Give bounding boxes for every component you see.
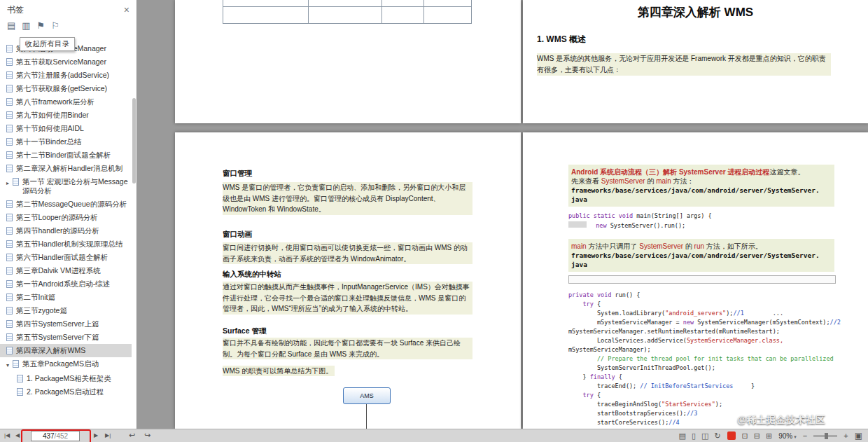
paragraph: WMS 是窗口的管理者，它负责窗口的启动、添加和删除，另外窗口的大小和层级也是由… — [223, 182, 472, 215]
bookmark-item[interactable]: ▾第五章PackageMS启动 — [0, 357, 132, 372]
zoom-slider[interactable] — [813, 435, 837, 437]
bookmark-item[interactable]: 第三章Dalvik VM进程系统 — [0, 264, 132, 277]
bookmark-icon — [6, 71, 13, 79]
bookmark-item[interactable]: 1. PackageMS相关框架类 — [0, 372, 132, 385]
last-page-button[interactable]: ▶| — [105, 432, 111, 438]
zoom-out-button[interactable]: − — [803, 431, 807, 440]
bookmark-icon — [17, 375, 23, 382]
rotate-view-icon[interactable]: ↻ — [714, 432, 720, 440]
red-tool-icon[interactable] — [727, 431, 736, 440]
bookmark-label: 第四节handler的源码分析 — [16, 226, 130, 235]
first-page-button[interactable]: |◀ — [4, 432, 10, 438]
bookmark-icon — [6, 151, 13, 159]
bookmark-item[interactable]: 第二节MessageQueue的源码分析 — [0, 198, 132, 211]
fullscreen-icon[interactable]: ▣ — [855, 431, 862, 441]
bookmark-item[interactable]: 第四章深入解析WMS — [0, 344, 132, 357]
collapse-all-icon[interactable]: ▥ — [22, 20, 30, 31]
zoom-level[interactable]: 90%▾ — [778, 432, 797, 440]
diagram-node-ams: AMS — [343, 387, 391, 404]
bookmark-item[interactable]: 第十二节Binder面试题全解析 — [0, 149, 132, 162]
bookmark-label: 第四节SystemServer上篇 — [16, 319, 130, 329]
bookmark-item[interactable]: 第五节获取ServiceManager — [0, 55, 132, 69]
bookmark-item[interactable]: 第九节如何使用Binder — [0, 109, 132, 122]
single-page-view-icon[interactable]: ▯ — [692, 432, 696, 440]
bookmark-icon — [6, 347, 13, 354]
bookmark-item[interactable]: 第八节framework层分析 — [0, 95, 132, 109]
paragraph: 窗口并不具备有绘制的功能，因此每个窗口都需要有一块 Surface 来供自己绘制… — [223, 338, 472, 359]
paragraph: 窗口间进行切换时，使用窗口动画可以使切换更炫一些，窗口动画由 WMS 的动画子系… — [223, 242, 472, 264]
bookmark-list: 第四节启动ServiceManager第五节获取ServiceManager第六… — [0, 42, 132, 399]
bookmark-item[interactable]: 第五节Handler机制实现原理总结 — [0, 237, 132, 251]
bookmark-label: 第一节Android系统启动-综述 — [16, 279, 130, 289]
bookmark-item[interactable]: 第三节zygote篇 — [0, 304, 132, 317]
next-page-button[interactable]: ▶ — [94, 432, 98, 438]
subheading-input-relay: 输入系统的中转站 — [223, 270, 281, 279]
fit-page-icon[interactable]: ⊡ — [742, 432, 748, 440]
bookmark-item[interactable]: 第三节Looper的源码分析 — [0, 211, 132, 224]
bookmark-icon — [6, 293, 13, 301]
chevron-down-icon[interactable]: ▾ — [6, 361, 13, 370]
bookmark-icon — [6, 45, 13, 53]
bookmark-item[interactable]: 第二节Init篇 — [0, 291, 132, 304]
bookmark-item[interactable]: 第十一节Binder总结 — [0, 135, 132, 149]
chevron-right-icon[interactable]: ▸ — [6, 179, 13, 188]
bookmark-icon — [6, 165, 13, 172]
previous-page-button[interactable]: ◀ — [15, 432, 20, 438]
remove-bookmark-icon[interactable]: ⚐ — [51, 20, 59, 31]
expand-panel-icon[interactable]: ▤ — [7, 20, 15, 31]
thumbnail-view-icon[interactable]: ▤ — [679, 432, 686, 440]
bookmark-icon — [6, 85, 13, 92]
subheading-surface-management: Surface 管理 — [223, 326, 266, 336]
add-bookmark-icon[interactable]: ⚑ — [37, 20, 46, 31]
facing-page-view-icon[interactable]: ◫ — [701, 432, 708, 440]
subheading-window-management: 窗口管理 — [223, 169, 252, 179]
bookmark-icon — [6, 125, 13, 132]
bookmark-icon — [6, 214, 13, 221]
fit-width-icon[interactable]: ⊟ — [754, 432, 760, 440]
bookmark-item[interactable]: 第四节handler的源码分析 — [0, 224, 132, 237]
bookmark-item[interactable]: 第一节Android系统启动-综述 — [0, 277, 132, 291]
bookmark-item[interactable]: 第五节SystemServer下篇 — [0, 331, 132, 344]
bookmark-item[interactable]: 第四节SystemServer上篇 — [0, 317, 132, 331]
page-top-right: 第四章深入解析 WMS 1. WMS 概述 WMS 是系统的其他服务，无论对于应… — [523, 0, 868, 123]
chapter-title: 第四章深入解析 WMS — [523, 4, 868, 20]
page-number-input[interactable]: 437/452 — [31, 431, 80, 441]
bookmark-label: 第五节SystemServer下篇 — [16, 333, 130, 342]
previous-view-button[interactable]: ↩ — [129, 431, 135, 440]
next-view-button[interactable]: ↪ — [144, 431, 150, 440]
bookmark-item[interactable]: ▸第一节 宏观理论分析与Message源码分析 — [0, 175, 132, 198]
bookmark-item[interactable]: 第七节获取服务(getService) — [0, 82, 132, 95]
bookmark-item[interactable]: 第二章深入解析Handler消息机制 — [0, 162, 132, 175]
bookmark-icon — [6, 240, 13, 248]
status-bar: |◀ ◀ 437/452 ▶ ▶| ↩ ↪ ▤▯◫↻ ⊡⊟⊞ 90%▾ − + … — [0, 429, 868, 442]
bookmark-item[interactable]: 2. PackageMS启动过程 — [0, 385, 132, 399]
scrollbar-thumb[interactable] — [132, 98, 136, 184]
bookmark-icon — [6, 267, 13, 275]
bookmark-icon — [6, 280, 13, 288]
bookmark-item[interactable]: 第六节注册服务(addService) — [0, 69, 132, 82]
bookmark-label: 第九节如何使用Binder — [16, 111, 130, 120]
overview-heading: 1. WMS 概述 — [537, 34, 586, 46]
bookmark-label: 第五节Handler机制实现原理总结 — [16, 240, 130, 249]
bookmark-icon — [6, 98, 13, 106]
bookmark-item[interactable]: 第六节Handler面试题全解析 — [0, 251, 132, 264]
table-fragment — [223, 0, 472, 24]
code-block: public static void main(String[] args) {… — [568, 211, 712, 230]
bookmark-icon — [6, 138, 13, 146]
fit-icons: ⊡⊟⊞ — [742, 432, 773, 440]
subheading-window-animation: 窗口动画 — [223, 230, 252, 240]
bookmark-label: 第十二节Binder面试题全解析 — [16, 151, 130, 160]
table-cell — [424, 0, 472, 23]
page-top-left — [175, 0, 521, 123]
bookmarks-header: 书签 × — [0, 0, 136, 20]
tooltip: 收起所有目录 — [20, 37, 75, 51]
bookmark-icon — [6, 58, 13, 66]
current-page: 437 — [43, 432, 55, 440]
bookmark-icon — [13, 360, 19, 368]
bookmarks-panel: 书签 × ▤▥⚑⚐ 第四节启动ServiceManager第五节获取Servic… — [0, 0, 137, 429]
zoom-in-button[interactable]: + — [844, 431, 848, 440]
bookmark-item[interactable]: 第十节如何使用AIDL — [0, 122, 132, 135]
close-icon[interactable]: × — [124, 5, 130, 15]
marquee-zoom-icon[interactable]: ⊞ — [766, 432, 772, 440]
total-pages: /452 — [55, 432, 68, 440]
